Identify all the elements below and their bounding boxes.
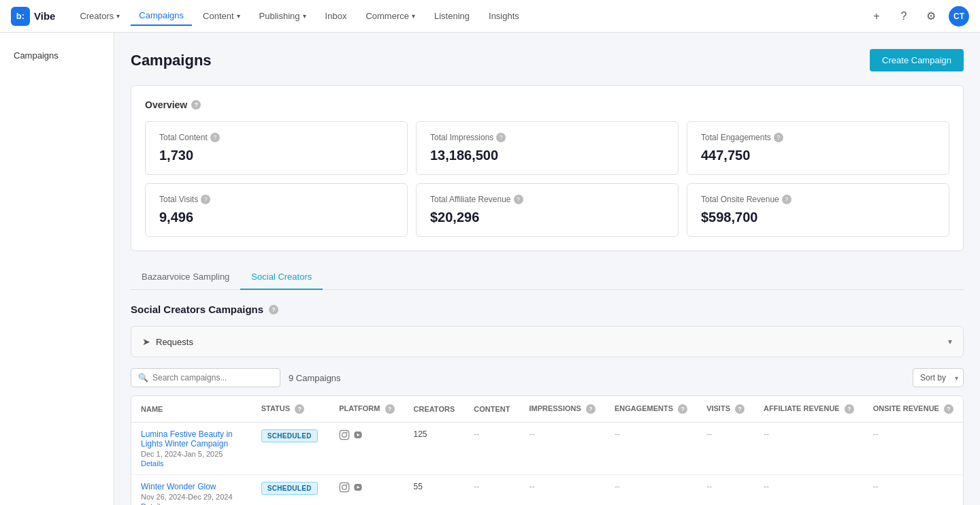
- campaign-name-link[interactable]: Winter Wonder Glow: [141, 482, 242, 491]
- td-status: SCHEDULED: [252, 475, 329, 506]
- section-info-icon[interactable]: ?: [269, 305, 278, 314]
- page-title: Campaigns: [131, 52, 212, 69]
- td-impressions: --: [519, 475, 604, 506]
- svg-rect-3: [340, 483, 348, 491]
- td-creators: 55: [404, 475, 465, 506]
- overview-info-icon[interactable]: ?: [191, 100, 201, 110]
- accordion-header[interactable]: ➤ Requests ▾: [131, 327, 963, 357]
- nav-item-creators[interactable]: Creators ▾: [71, 7, 128, 25]
- th-info-icon[interactable]: ?: [586, 404, 595, 414]
- td-onsite-revenue: --: [864, 475, 963, 506]
- social-creators-section: Social Creators Campaigns ? ➤ Requests ▾…: [131, 304, 964, 505]
- th-info-icon[interactable]: ?: [678, 404, 687, 414]
- settings-button[interactable]: ⚙: [921, 7, 941, 26]
- social-creators-title: Social Creators Campaigns ?: [131, 304, 964, 315]
- overview-title: Overview ?: [145, 99, 949, 110]
- campaigns-table-inner: NAME STATUS ? PLATFORM ? CREAT: [131, 396, 963, 505]
- td-platform: [329, 475, 404, 506]
- th-info-icon[interactable]: ?: [735, 404, 745, 414]
- page-header: Campaigns Create Campaign: [131, 49, 964, 71]
- send-icon: ➤: [142, 336, 150, 347]
- td-content: --: [464, 423, 519, 475]
- stat-info-icon[interactable]: ?: [210, 133, 220, 142]
- overview-stats-grid: Total Content ? 1,730 Total Impressions …: [145, 121, 949, 237]
- td-name: Lumina Festive Beauty in Lights Winter C…: [131, 423, 252, 475]
- svg-point-5: [346, 484, 348, 485]
- stat-onsite-revenue: Total Onsite Revenue ? $598,700: [687, 183, 949, 237]
- status-badge: SCHEDULED: [261, 429, 318, 442]
- help-button[interactable]: ?: [894, 7, 913, 26]
- td-creators: 125: [404, 423, 465, 475]
- th-content: CONTENT: [464, 396, 519, 423]
- stat-total-content: Total Content ? 1,730: [145, 121, 408, 175]
- nav-item-campaigns[interactable]: Campaigns: [131, 6, 192, 26]
- table-row: Winter Wonder Glow Nov 26, 2024-Dec 29, …: [131, 475, 963, 506]
- search-input[interactable]: [152, 373, 273, 382]
- nav-item-inbox[interactable]: Inbox: [317, 7, 355, 25]
- search-icon: 🔍: [138, 373, 148, 382]
- th-info-icon[interactable]: ?: [385, 404, 395, 414]
- stat-info-icon[interactable]: ?: [201, 195, 210, 204]
- sort-wrapper: Sort by: [913, 368, 964, 387]
- th-platform: PLATFORM ?: [329, 396, 404, 423]
- table-header-row: NAME STATUS ? PLATFORM ? CREAT: [131, 396, 963, 423]
- th-engagements: ENGAGEMENTS ?: [605, 396, 697, 423]
- stat-info-icon[interactable]: ?: [782, 195, 791, 204]
- table-controls: 🔍 9 Campaigns Sort by: [131, 368, 964, 387]
- td-affiliate-revenue: --: [754, 475, 864, 506]
- campaign-details-link[interactable]: Details: [141, 459, 242, 468]
- create-campaign-button[interactable]: Create Campaign: [870, 49, 964, 71]
- platform-icons: [339, 429, 394, 440]
- campaign-name-link[interactable]: Lumina Festive Beauty in Lights Winter C…: [141, 429, 242, 449]
- table-row: Lumina Festive Beauty in Lights Winter C…: [131, 423, 963, 475]
- th-onsite-revenue: ONSITE REVENUE ?: [864, 396, 963, 423]
- overview-section: Overview ? Total Content ? 1,730 Total I…: [131, 85, 964, 251]
- stat-total-impressions: Total Impressions ? 13,186,500: [416, 121, 679, 175]
- chevron-down-icon: ▾: [412, 12, 415, 20]
- chevron-down-icon: ▾: [303, 12, 306, 20]
- th-info-icon[interactable]: ?: [944, 404, 953, 414]
- th-info-icon[interactable]: ?: [845, 404, 854, 414]
- campaign-details-link[interactable]: Details: [141, 502, 242, 505]
- td-visits: --: [697, 423, 754, 475]
- campaign-date: Nov 26, 2024-Dec 29, 2024: [141, 493, 242, 501]
- td-platform: [329, 423, 404, 475]
- td-visits: --: [697, 475, 754, 506]
- campaign-tabs: Bazaarvoice Sampling Social Creators: [131, 265, 964, 290]
- sidebar-item-campaigns[interactable]: Campaigns: [0, 44, 114, 67]
- chevron-down-icon: ▾: [948, 337, 952, 346]
- th-name: NAME: [131, 396, 252, 423]
- stat-affiliate-revenue: Total Affiliate Revenue ? $20,296: [416, 183, 679, 237]
- td-content: --: [464, 475, 519, 506]
- platform-icons: [339, 482, 394, 493]
- tab-social-creators[interactable]: Social Creators: [240, 265, 323, 290]
- nav-item-listening[interactable]: Listening: [426, 7, 478, 25]
- td-engagements: --: [605, 475, 697, 506]
- tab-bazaarvoice-sampling[interactable]: Bazaarvoice Sampling: [131, 265, 240, 290]
- main-content: Campaigns Create Campaign Overview ? Tot…: [114, 33, 980, 505]
- search-box: 🔍: [131, 368, 280, 387]
- avatar[interactable]: CT: [949, 6, 969, 27]
- th-info-icon[interactable]: ?: [295, 404, 304, 414]
- campaign-date: Dec 1, 2024-Jan 5, 2025: [141, 450, 242, 458]
- add-button[interactable]: +: [867, 7, 886, 26]
- stat-info-icon[interactable]: ?: [496, 133, 506, 142]
- top-navigation: b: Vibe Creators ▾ Campaigns Content ▾ P…: [0, 0, 980, 33]
- td-status: SCHEDULED: [252, 423, 329, 475]
- td-onsite-revenue: --: [864, 423, 963, 475]
- nav-item-content[interactable]: Content ▾: [195, 7, 248, 25]
- sidebar: Campaigns: [0, 33, 114, 505]
- logo[interactable]: b: Vibe: [11, 7, 55, 26]
- nav-item-commerce[interactable]: Commerce ▾: [357, 7, 423, 25]
- svg-point-4: [342, 485, 347, 490]
- sort-select[interactable]: Sort by: [913, 368, 964, 387]
- stat-info-icon[interactable]: ?: [514, 195, 523, 204]
- table-body: Lumina Festive Beauty in Lights Winter C…: [131, 423, 963, 506]
- stat-info-icon[interactable]: ?: [774, 133, 783, 142]
- th-creators: CREATORS: [404, 396, 465, 423]
- svg-rect-0: [340, 430, 348, 439]
- logo-text: Vibe: [34, 10, 55, 22]
- nav-item-publishing[interactable]: Publishing ▾: [251, 7, 314, 25]
- nav-item-insights[interactable]: Insights: [480, 7, 527, 25]
- svg-point-1: [342, 433, 347, 438]
